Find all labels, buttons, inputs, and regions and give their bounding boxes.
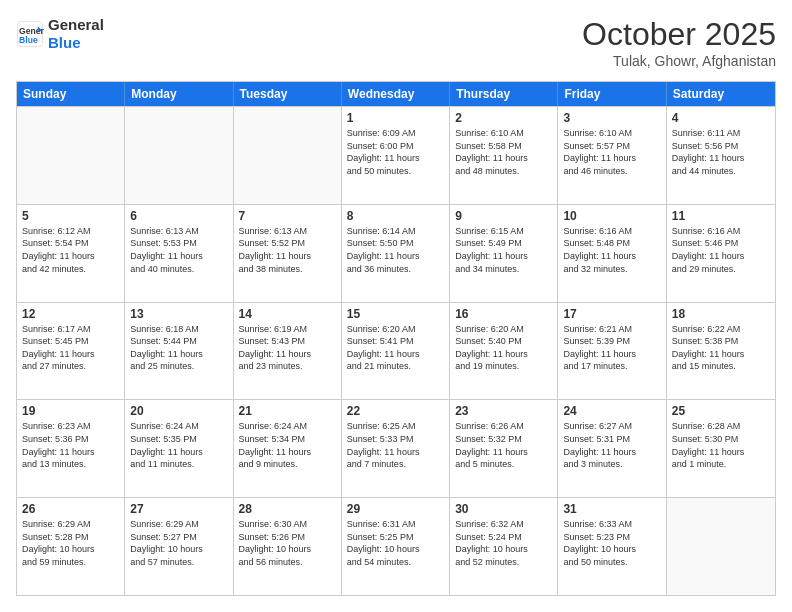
day-number: 10 bbox=[563, 209, 660, 223]
calendar-body: 1Sunrise: 6:09 AM Sunset: 6:00 PM Daylig… bbox=[17, 106, 775, 595]
day-cell-empty-4-6 bbox=[667, 498, 775, 595]
day-cell-18: 18Sunrise: 6:22 AM Sunset: 5:38 PM Dayli… bbox=[667, 303, 775, 400]
logo: General Blue General Blue bbox=[16, 16, 104, 52]
day-info: Sunrise: 6:13 AM Sunset: 5:53 PM Dayligh… bbox=[130, 225, 227, 275]
day-number: 18 bbox=[672, 307, 770, 321]
day-cell-empty-0-0 bbox=[17, 107, 125, 204]
day-cell-30: 30Sunrise: 6:32 AM Sunset: 5:24 PM Dayli… bbox=[450, 498, 558, 595]
day-number: 15 bbox=[347, 307, 444, 321]
day-cell-8: 8Sunrise: 6:14 AM Sunset: 5:50 PM Daylig… bbox=[342, 205, 450, 302]
day-info: Sunrise: 6:10 AM Sunset: 5:58 PM Dayligh… bbox=[455, 127, 552, 177]
day-number: 20 bbox=[130, 404, 227, 418]
day-number: 12 bbox=[22, 307, 119, 321]
day-info: Sunrise: 6:23 AM Sunset: 5:36 PM Dayligh… bbox=[22, 420, 119, 470]
day-cell-6: 6Sunrise: 6:13 AM Sunset: 5:53 PM Daylig… bbox=[125, 205, 233, 302]
day-info: Sunrise: 6:19 AM Sunset: 5:43 PM Dayligh… bbox=[239, 323, 336, 373]
day-number: 25 bbox=[672, 404, 770, 418]
day-info: Sunrise: 6:30 AM Sunset: 5:26 PM Dayligh… bbox=[239, 518, 336, 568]
day-cell-28: 28Sunrise: 6:30 AM Sunset: 5:26 PM Dayli… bbox=[234, 498, 342, 595]
week-row-5: 26Sunrise: 6:29 AM Sunset: 5:28 PM Dayli… bbox=[17, 497, 775, 595]
svg-text:Blue: Blue bbox=[19, 35, 38, 45]
day-number: 16 bbox=[455, 307, 552, 321]
day-cell-11: 11Sunrise: 6:16 AM Sunset: 5:46 PM Dayli… bbox=[667, 205, 775, 302]
day-number: 1 bbox=[347, 111, 444, 125]
logo-icon: General Blue bbox=[16, 20, 44, 48]
day-info: Sunrise: 6:26 AM Sunset: 5:32 PM Dayligh… bbox=[455, 420, 552, 470]
week-row-2: 5Sunrise: 6:12 AM Sunset: 5:54 PM Daylig… bbox=[17, 204, 775, 302]
day-number: 19 bbox=[22, 404, 119, 418]
day-info: Sunrise: 6:16 AM Sunset: 5:48 PM Dayligh… bbox=[563, 225, 660, 275]
day-number: 24 bbox=[563, 404, 660, 418]
day-cell-1: 1Sunrise: 6:09 AM Sunset: 6:00 PM Daylig… bbox=[342, 107, 450, 204]
day-number: 7 bbox=[239, 209, 336, 223]
day-cell-17: 17Sunrise: 6:21 AM Sunset: 5:39 PM Dayli… bbox=[558, 303, 666, 400]
month-title: October 2025 bbox=[582, 16, 776, 53]
day-info: Sunrise: 6:29 AM Sunset: 5:28 PM Dayligh… bbox=[22, 518, 119, 568]
day-number: 22 bbox=[347, 404, 444, 418]
day-number: 29 bbox=[347, 502, 444, 516]
page: General Blue General Blue October 2025 T… bbox=[0, 0, 792, 612]
day-info: Sunrise: 6:28 AM Sunset: 5:30 PM Dayligh… bbox=[672, 420, 770, 470]
logo-text-general: General bbox=[48, 16, 104, 34]
day-info: Sunrise: 6:14 AM Sunset: 5:50 PM Dayligh… bbox=[347, 225, 444, 275]
day-cell-31: 31Sunrise: 6:33 AM Sunset: 5:23 PM Dayli… bbox=[558, 498, 666, 595]
day-cell-14: 14Sunrise: 6:19 AM Sunset: 5:43 PM Dayli… bbox=[234, 303, 342, 400]
day-cell-2: 2Sunrise: 6:10 AM Sunset: 5:58 PM Daylig… bbox=[450, 107, 558, 204]
header-day-saturday: Saturday bbox=[667, 82, 775, 106]
day-number: 13 bbox=[130, 307, 227, 321]
calendar: SundayMondayTuesdayWednesdayThursdayFrid… bbox=[16, 81, 776, 596]
day-info: Sunrise: 6:12 AM Sunset: 5:54 PM Dayligh… bbox=[22, 225, 119, 275]
day-cell-21: 21Sunrise: 6:24 AM Sunset: 5:34 PM Dayli… bbox=[234, 400, 342, 497]
logo-text-blue: Blue bbox=[48, 34, 104, 52]
day-number: 28 bbox=[239, 502, 336, 516]
day-cell-23: 23Sunrise: 6:26 AM Sunset: 5:32 PM Dayli… bbox=[450, 400, 558, 497]
week-row-1: 1Sunrise: 6:09 AM Sunset: 6:00 PM Daylig… bbox=[17, 106, 775, 204]
day-cell-27: 27Sunrise: 6:29 AM Sunset: 5:27 PM Dayli… bbox=[125, 498, 233, 595]
day-cell-24: 24Sunrise: 6:27 AM Sunset: 5:31 PM Dayli… bbox=[558, 400, 666, 497]
day-cell-7: 7Sunrise: 6:13 AM Sunset: 5:52 PM Daylig… bbox=[234, 205, 342, 302]
header-day-thursday: Thursday bbox=[450, 82, 558, 106]
day-number: 8 bbox=[347, 209, 444, 223]
location: Tulak, Ghowr, Afghanistan bbox=[582, 53, 776, 69]
header: General Blue General Blue October 2025 T… bbox=[16, 16, 776, 69]
day-number: 5 bbox=[22, 209, 119, 223]
day-cell-20: 20Sunrise: 6:24 AM Sunset: 5:35 PM Dayli… bbox=[125, 400, 233, 497]
calendar-header: SundayMondayTuesdayWednesdayThursdayFrid… bbox=[17, 82, 775, 106]
day-number: 2 bbox=[455, 111, 552, 125]
day-cell-13: 13Sunrise: 6:18 AM Sunset: 5:44 PM Dayli… bbox=[125, 303, 233, 400]
day-number: 21 bbox=[239, 404, 336, 418]
day-info: Sunrise: 6:22 AM Sunset: 5:38 PM Dayligh… bbox=[672, 323, 770, 373]
day-cell-19: 19Sunrise: 6:23 AM Sunset: 5:36 PM Dayli… bbox=[17, 400, 125, 497]
week-row-3: 12Sunrise: 6:17 AM Sunset: 5:45 PM Dayli… bbox=[17, 302, 775, 400]
day-info: Sunrise: 6:33 AM Sunset: 5:23 PM Dayligh… bbox=[563, 518, 660, 568]
day-cell-25: 25Sunrise: 6:28 AM Sunset: 5:30 PM Dayli… bbox=[667, 400, 775, 497]
header-day-wednesday: Wednesday bbox=[342, 82, 450, 106]
day-info: Sunrise: 6:32 AM Sunset: 5:24 PM Dayligh… bbox=[455, 518, 552, 568]
day-info: Sunrise: 6:16 AM Sunset: 5:46 PM Dayligh… bbox=[672, 225, 770, 275]
title-block: October 2025 Tulak, Ghowr, Afghanistan bbox=[582, 16, 776, 69]
header-day-monday: Monday bbox=[125, 82, 233, 106]
day-number: 27 bbox=[130, 502, 227, 516]
day-cell-5: 5Sunrise: 6:12 AM Sunset: 5:54 PM Daylig… bbox=[17, 205, 125, 302]
day-info: Sunrise: 6:18 AM Sunset: 5:44 PM Dayligh… bbox=[130, 323, 227, 373]
day-cell-empty-0-1 bbox=[125, 107, 233, 204]
day-number: 11 bbox=[672, 209, 770, 223]
day-cell-15: 15Sunrise: 6:20 AM Sunset: 5:41 PM Dayli… bbox=[342, 303, 450, 400]
day-info: Sunrise: 6:27 AM Sunset: 5:31 PM Dayligh… bbox=[563, 420, 660, 470]
day-number: 3 bbox=[563, 111, 660, 125]
day-number: 4 bbox=[672, 111, 770, 125]
day-cell-empty-0-2 bbox=[234, 107, 342, 204]
header-day-tuesday: Tuesday bbox=[234, 82, 342, 106]
day-info: Sunrise: 6:10 AM Sunset: 5:57 PM Dayligh… bbox=[563, 127, 660, 177]
day-number: 6 bbox=[130, 209, 227, 223]
day-cell-26: 26Sunrise: 6:29 AM Sunset: 5:28 PM Dayli… bbox=[17, 498, 125, 595]
day-number: 30 bbox=[455, 502, 552, 516]
day-number: 23 bbox=[455, 404, 552, 418]
day-info: Sunrise: 6:20 AM Sunset: 5:41 PM Dayligh… bbox=[347, 323, 444, 373]
day-info: Sunrise: 6:09 AM Sunset: 6:00 PM Dayligh… bbox=[347, 127, 444, 177]
day-number: 26 bbox=[22, 502, 119, 516]
day-cell-29: 29Sunrise: 6:31 AM Sunset: 5:25 PM Dayli… bbox=[342, 498, 450, 595]
day-info: Sunrise: 6:20 AM Sunset: 5:40 PM Dayligh… bbox=[455, 323, 552, 373]
day-cell-3: 3Sunrise: 6:10 AM Sunset: 5:57 PM Daylig… bbox=[558, 107, 666, 204]
header-day-friday: Friday bbox=[558, 82, 666, 106]
